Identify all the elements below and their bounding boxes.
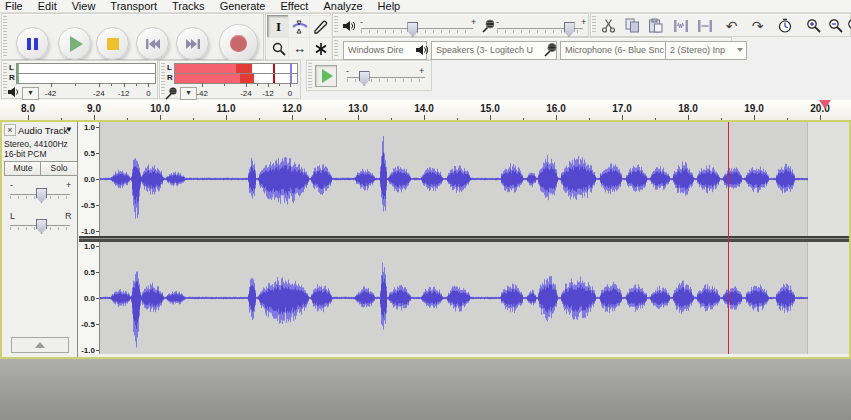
input-max-label: + xyxy=(581,18,586,26)
mute-button[interactable]: Mute xyxy=(4,161,42,176)
transport-toolbar xyxy=(1,13,264,60)
zoom-out-button[interactable] xyxy=(825,16,846,35)
menu-transport[interactable]: Transport xyxy=(110,0,157,12)
meter-peak-line xyxy=(273,64,275,73)
playback-speed-thumb[interactable] xyxy=(359,71,370,86)
magnifier-icon xyxy=(272,42,286,56)
meter-left-label: L xyxy=(167,64,172,72)
timeline-ruler[interactable]: 8.09.010.011.012.013.014.015.016.017.018… xyxy=(0,100,851,122)
track-control-panel: × Audio Track ▼ Stereo, 44100Hz 16-bit P… xyxy=(2,122,78,357)
menu-generate[interactable]: Generate xyxy=(220,0,266,12)
menu-help[interactable]: Help xyxy=(378,0,401,12)
toolbar-grip[interactable] xyxy=(334,16,338,34)
zoom-in-icon xyxy=(806,18,822,34)
pause-button[interactable] xyxy=(16,27,49,60)
waveform[interactable] xyxy=(100,122,849,354)
playback-meter-scale: -42-24-120 xyxy=(16,83,154,99)
collapse-track-button[interactable] xyxy=(11,337,69,353)
playback-device-select[interactable]: Speakers (3- Logitech U xyxy=(431,41,557,60)
skip-to-start-button[interactable] xyxy=(136,27,169,60)
gain-thumb[interactable] xyxy=(36,188,47,203)
timeline-label: 16.0 xyxy=(546,103,565,114)
mixer-toolbar: - + - + xyxy=(332,13,589,37)
volume-max-label: + xyxy=(471,18,476,26)
meter-right-label: R xyxy=(167,74,173,82)
trim-audio-button[interactable] xyxy=(670,16,691,35)
timeline-label: 17.0 xyxy=(612,103,631,114)
copy-button[interactable] xyxy=(622,16,643,35)
amplitude-tick xyxy=(96,246,99,247)
menu-edit[interactable]: Edit xyxy=(38,0,57,12)
timeline-label: 9.0 xyxy=(87,103,101,114)
recording-meter-scale: -42-24-120 xyxy=(174,83,296,99)
ibeam-icon: I xyxy=(276,19,281,35)
paste-button[interactable] xyxy=(645,16,666,35)
vertical-ruler-right[interactable]: 1.00.50.0-0.5-1.0 xyxy=(79,242,100,354)
trim-icon xyxy=(673,19,689,33)
draw-tool-button[interactable] xyxy=(309,15,332,38)
toolbar-grip[interactable] xyxy=(3,16,7,57)
star-asterisk-icon xyxy=(314,42,328,56)
meter-scale-tick xyxy=(202,83,203,87)
amplitude-label: 1.0 xyxy=(84,122,95,131)
selection-tool-button[interactable]: I xyxy=(267,15,290,38)
track-title[interactable]: Audio Track xyxy=(18,125,68,136)
vertical-ruler-left[interactable]: 1.00.50.0-0.5-1.0 xyxy=(79,122,100,236)
skip-to-end-button[interactable] xyxy=(176,27,209,60)
zoom-fit-icon xyxy=(847,18,851,34)
pan-thumb[interactable] xyxy=(36,219,47,234)
track-menu-arrow-icon[interactable]: ▼ xyxy=(65,125,73,134)
collapse-arrow-icon xyxy=(35,342,45,348)
playhead-marker[interactable] xyxy=(819,100,831,109)
stop-button[interactable] xyxy=(96,27,129,60)
meter-max-line xyxy=(290,64,292,73)
undo-button[interactable]: ↶ xyxy=(721,16,742,35)
record-button[interactable] xyxy=(219,24,258,63)
fit-project-button[interactable] xyxy=(844,16,851,35)
play-button[interactable] xyxy=(58,27,91,60)
toolbar-grip[interactable] xyxy=(592,16,596,34)
meter-scale-label: -42 xyxy=(196,89,208,98)
multi-tool-button[interactable] xyxy=(309,37,332,60)
toolbar-grip[interactable] xyxy=(334,40,338,57)
timeline-label: 13.0 xyxy=(348,103,367,114)
time-shift-tool-button[interactable]: ↔ xyxy=(288,37,311,60)
output-volume-thumb[interactable] xyxy=(407,22,418,37)
meter-scale-label: -24 xyxy=(240,89,252,98)
solo-button[interactable]: Solo xyxy=(40,161,78,176)
redo-button[interactable]: ↷ xyxy=(747,16,768,35)
silence-audio-button[interactable] xyxy=(694,16,715,35)
skip-to-end-icon xyxy=(185,38,201,50)
amplitude-tick xyxy=(96,298,99,299)
menu-effect[interactable]: Effect xyxy=(281,0,309,12)
speed-min-label: - xyxy=(346,67,349,75)
cut-button[interactable] xyxy=(598,16,619,35)
meter-scale-tick xyxy=(257,84,258,86)
skip-to-start-icon xyxy=(145,38,161,50)
play-icon xyxy=(70,36,83,52)
amplitude-tick xyxy=(96,179,99,180)
meter-scale-tick xyxy=(279,84,280,86)
menu-tracks[interactable]: Tracks xyxy=(172,0,205,12)
input-volume-thumb[interactable] xyxy=(564,22,575,37)
tools-toolbar: I ↔ xyxy=(265,13,331,60)
meter-scale-label: -24 xyxy=(93,89,105,98)
menu-analyze[interactable]: Analyze xyxy=(323,0,362,12)
pause-icon xyxy=(27,38,38,50)
zoom-in-button[interactable] xyxy=(803,16,824,35)
close-track-button[interactable]: × xyxy=(4,124,16,136)
meter-scale-tick xyxy=(51,83,52,87)
toolbar-grip[interactable] xyxy=(308,63,312,88)
scissors-icon xyxy=(601,18,616,33)
menu-file[interactable]: File xyxy=(5,0,23,12)
play-at-speed-button[interactable] xyxy=(315,65,337,87)
meter-scale-tick xyxy=(75,84,76,86)
recording-channels-select[interactable]: 2 (Stereo) Inp xyxy=(665,41,747,60)
zoom-tool-button[interactable] xyxy=(267,37,290,60)
recording-device-select[interactable]: Microphone (6- Blue Snc xyxy=(560,41,681,60)
menu-view[interactable]: View xyxy=(72,0,96,12)
meter-scale-label: -12 xyxy=(118,89,130,98)
envelope-tool-button[interactable] xyxy=(288,15,311,38)
sync-lock-button[interactable] xyxy=(774,16,795,35)
recording-cursor xyxy=(728,122,729,354)
